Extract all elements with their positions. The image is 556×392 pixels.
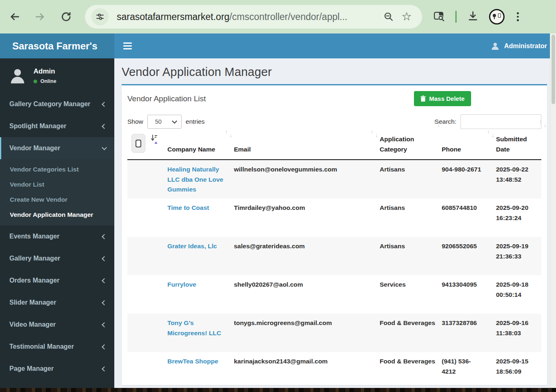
page-scrollbar[interactable]: [550, 33, 556, 388]
sort-icon: ↑↓: [225, 127, 232, 138]
admin-menu[interactable]: Administrator: [490, 41, 547, 51]
chevron-left-icon: [102, 102, 107, 107]
sidebar-item-video-manager[interactable]: Video Manager: [0, 314, 114, 336]
sidebar-item-testimonial-manager[interactable]: Testimonial Manager: [0, 336, 114, 358]
page-bottom-texture: [0, 388, 556, 392]
sidebar-item-vendor-manager[interactable]: Vendor Manager: [0, 137, 114, 159]
chevron-left-icon: [102, 278, 107, 283]
sidebar-item-scroll-manager[interactable]: Scroll Manager: [0, 380, 114, 388]
sort-icon: ↑↓: [433, 117, 440, 127]
column-header-company-name[interactable]: Company Name ↑↓: [167, 144, 234, 154]
phone-cell: 9206552065: [442, 241, 496, 252]
company-link[interactable]: BrewTea Shoppe: [167, 358, 218, 365]
sidebar-item-orders-manager[interactable]: Orders Manager: [0, 270, 114, 292]
sidebar-item-vendor-categories-list[interactable]: Vendor Categories List: [0, 162, 114, 177]
table-row: Healing Naturally LLC dba One Love Gummi…: [127, 160, 541, 198]
category-cell: Artisans: [380, 241, 442, 252]
column-header-email[interactable]: Email ↑↓: [234, 144, 380, 154]
admin-label: Administrator: [504, 42, 547, 50]
browser-menu-icon[interactable]: [515, 11, 520, 23]
email-cell: tonygs.microgreens@gmail.com: [234, 318, 380, 328]
column-header-phone[interactable]: Phone ↑↓: [442, 144, 496, 154]
phone-cell: 904-980-2671: [442, 165, 496, 175]
chevron-left-icon: [102, 300, 107, 305]
tab-search-icon[interactable]: [434, 11, 445, 23]
site-settings-icon[interactable]: [91, 8, 109, 25]
bookmark-star-icon[interactable]: ☆: [398, 8, 416, 26]
url-bar[interactable]: sarasotafarmersmarket.org/cmscontroller/…: [85, 5, 422, 29]
table-row: Time to Coast Timrdailey@yahoo.com Artis…: [127, 198, 541, 237]
column-header-submitted-date[interactable]: Submitted Date ↑↓: [496, 134, 541, 154]
user-avatar-icon: [8, 67, 27, 85]
url-text: sarasotafarmersmarket.org/cmscontroller/…: [117, 11, 380, 22]
scrollbar-thumb[interactable]: [552, 35, 555, 104]
download-icon[interactable]: [467, 11, 478, 23]
page-size-select[interactable]: 50: [147, 115, 182, 129]
search-input[interactable]: [460, 114, 541, 129]
table-row: Furrylove shelly020267@aol.com Services …: [127, 275, 541, 314]
sidebar-item-events-manager[interactable]: Events Manager: [0, 225, 114, 247]
submitted-cell: 2025-09-15 18:56:09: [496, 356, 541, 376]
url-path: /cmscontroller/vendor/appl...: [229, 11, 347, 22]
zoom-out-icon[interactable]: [380, 8, 398, 26]
user-name: Admin: [33, 67, 56, 76]
submitted-cell: 2025-09-19 21:36:33: [496, 241, 541, 261]
brand-logo[interactable]: Sarasota Farmer's: [0, 33, 114, 58]
vendor-application-card: Vendor Application List Mass Delete Show…: [122, 84, 547, 385]
mass-delete-button[interactable]: Mass Delete: [414, 91, 471, 106]
sort-icon: ↑↓: [539, 117, 547, 127]
sidebar: Admin Online Gallery Category Manager Sp…: [0, 58, 114, 388]
user-panel: Admin Online: [0, 58, 114, 93]
company-link[interactable]: Tony G’s Microgreens! LLC: [167, 319, 221, 336]
submitted-cell: 2025-09-16 11:38:03: [496, 318, 541, 338]
sidebar-toggle-icon[interactable]: [121, 40, 134, 52]
sidebar-item-vendor-application-manager[interactable]: Vendor Applicaton Manager: [0, 207, 114, 222]
chevron-left-icon: [102, 124, 107, 129]
vendor-manager-submenu: Vendor Categories List Vendor List Creat…: [0, 159, 114, 225]
sidebar-item-spotlight-manager[interactable]: Spotlight Manager: [0, 115, 114, 137]
phone-cell: 3137328786: [442, 318, 496, 328]
forward-icon[interactable]: [32, 9, 48, 25]
url-domain: sarasotafarmersmarket.org: [117, 11, 229, 22]
sidebar-item-gallery-category-manager[interactable]: Gallery Category Manager: [0, 93, 114, 115]
phone-cell: 9413304095: [442, 280, 496, 290]
profile-avatar[interactable]: [489, 9, 505, 24]
trash-icon: [420, 96, 426, 102]
column-header-select-all[interactable]: [127, 134, 167, 153]
page-title: Vendor Application Manager: [122, 65, 550, 79]
phone-cell: 6085744810: [442, 203, 496, 213]
submitted-cell: 2025-09-22 13:48:52: [496, 165, 541, 185]
table-row: Tony G’s Microgreens! LLC tonygs.microgr…: [127, 314, 541, 352]
category-cell: Artisans: [380, 203, 442, 213]
sidebar-item-gallery-manager[interactable]: Gallery Manager: [0, 247, 114, 270]
sort-active-icon: [151, 134, 158, 147]
reload-icon[interactable]: [58, 9, 74, 25]
chevron-down-icon: [102, 145, 107, 150]
sidebar-item-page-manager[interactable]: Page Manager: [0, 358, 114, 380]
sidebar-item-create-new-vendor[interactable]: Create New Vendor: [0, 192, 114, 207]
category-cell: Food & Beverages: [380, 318, 442, 328]
company-link[interactable]: Healing Naturally LLC dba One Love Gummi…: [167, 166, 223, 193]
table-row: BrewTea Shoppe karinajackson2143@gmail.c…: [127, 352, 541, 385]
category-cell: Food & Beverages: [380, 356, 442, 367]
company-link[interactable]: Furrylove: [167, 281, 196, 288]
sidebar-item-slider-manager[interactable]: Slider Manager: [0, 292, 114, 314]
column-header-application-category[interactable]: Application Category ↑↓: [380, 134, 442, 154]
card-title: Vendor Application List: [127, 94, 206, 103]
main-content: Vendor Application Manager Vendor Applic…: [114, 58, 556, 388]
phone-cell: (941) 536-4212: [442, 356, 496, 376]
chevron-left-icon: [102, 234, 107, 239]
chevron-left-icon: [102, 322, 107, 327]
back-icon[interactable]: [7, 9, 23, 25]
sidebar-item-vendor-list[interactable]: Vendor List: [0, 177, 114, 192]
company-link[interactable]: Grater Ideas, Llc: [167, 243, 217, 249]
select-all-checkbox[interactable]: [131, 134, 145, 153]
email-cell: sales@graterideas.com: [234, 241, 380, 252]
browser-toolbar: sarasotafarmersmarket.org/cmscontroller/…: [0, 0, 556, 33]
chevron-left-icon: [102, 256, 107, 261]
chevron-left-icon: [102, 366, 107, 372]
online-status: Online: [40, 78, 56, 84]
company-link[interactable]: Time to Coast: [167, 204, 209, 211]
show-label: Show: [127, 118, 143, 125]
submitted-cell: 2025-09-20 16:23:24: [496, 203, 541, 223]
